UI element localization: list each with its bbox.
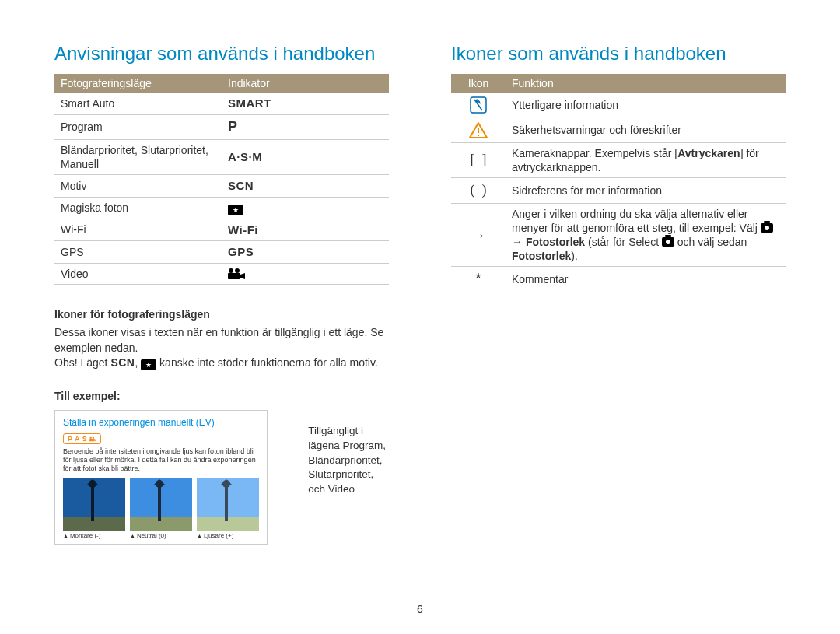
thumb-caption: Ljusare (+)	[197, 532, 259, 539]
paragraph-2: Obs! Läget SCN, ★ kanske inte stöder fun…	[54, 356, 389, 371]
card-desc: Beroende på intensiteten i omgivande lju…	[63, 447, 259, 474]
func-cell: Säkerhetsvarningar och föreskrifter	[506, 117, 786, 142]
mode-cell: Magiska foton	[54, 197, 222, 219]
indicator-cell: SMART	[222, 93, 389, 114]
star-icon: ★	[141, 359, 156, 370]
func-cell: Kommentar	[506, 267, 786, 292]
icon-cell: ✎	[451, 93, 506, 117]
svg-rect-12	[158, 484, 161, 521]
th-mode: Fotograferingsläge	[54, 74, 222, 93]
card-title: Ställa in exponeringen manuellt (EV)	[63, 417, 259, 428]
icon-cell	[451, 117, 506, 142]
icon-cell: →	[451, 203, 506, 267]
svg-rect-5	[89, 439, 95, 441]
svg-rect-8	[91, 484, 94, 521]
func-cell: Kameraknappar. Exempelvis står [Avtrycka…	[506, 142, 786, 177]
indicator-cell	[222, 263, 389, 284]
icon-cell: ( )	[451, 178, 506, 203]
mode-cell: GPS	[54, 241, 222, 264]
indicator-cell: GPS	[222, 241, 389, 264]
func-cell: Anger i vilken ordning du ska välja alte…	[506, 203, 786, 267]
thumb-item: Ljusare (+)	[197, 478, 259, 539]
func-cell: Ytterligare information	[506, 93, 786, 117]
mode-cell: Video	[54, 263, 222, 284]
left-heading: Anvisningar som används i handboken	[54, 43, 389, 65]
thumb-caption: Neutral (0)	[130, 532, 192, 539]
warning-icon	[469, 122, 488, 139]
svg-point-4	[93, 436, 94, 438]
mode-cell: Motiv	[54, 175, 222, 198]
callout-line	[278, 436, 297, 436]
mode-badge: P A S	[63, 433, 101, 444]
right-column: Ikoner som används i handboken Ikon Funk…	[451, 43, 786, 545]
svg-rect-2	[228, 273, 240, 279]
icon-cell: *	[451, 267, 506, 292]
svg-point-3	[90, 436, 92, 438]
paragraph-1: Dessa ikoner visas i texten när en funkt…	[54, 325, 389, 356]
indicator-cell: P	[222, 114, 389, 139]
text-fragment: Obs! Läget	[54, 356, 110, 369]
modes-table: Fotograferingsläge Indikator Smart Auto …	[54, 74, 389, 285]
icon-cell: [ ]	[451, 142, 506, 177]
svg-rect-20	[478, 128, 479, 133]
right-heading: Ikoner som används i handboken	[451, 43, 786, 65]
svg-point-0	[229, 268, 233, 273]
svg-point-1	[235, 268, 240, 273]
mode-cell: Program	[54, 114, 222, 139]
th-icon: Ikon	[451, 74, 506, 93]
th-indicator: Indikator	[222, 74, 389, 93]
svg-rect-16	[225, 484, 228, 521]
indicator-cell: A·S·M	[222, 139, 389, 174]
text-fragment: ,	[135, 356, 141, 369]
callout-text: Tillgängligt i lägena Program, Bländarpr…	[308, 424, 389, 497]
example-card: Ställa in exponeringen manuellt (EV) P A…	[54, 410, 268, 545]
left-column: Anvisningar som används i handboken Foto…	[54, 43, 389, 545]
subheading-modes-icons: Ikoner för fotograferingslägen	[54, 308, 389, 321]
page-number: 6	[417, 603, 423, 615]
video-icon	[228, 268, 245, 279]
indicator-cell: ★	[222, 197, 389, 219]
thumbnails: Mörkare (-) Neutral (0) Ljusare (+)	[63, 478, 259, 539]
icons-table: Ikon Funktion ✎ Ytterligare information …	[451, 74, 786, 292]
text-fragment: kanske inte stöder funktionerna för alla…	[156, 356, 378, 369]
thumb-item: Neutral (0)	[130, 478, 192, 539]
subheading-example: Till exempel:	[54, 390, 389, 402]
svg-rect-21	[478, 135, 479, 136]
mode-cell: Bländarprioritet, Slutarprioritet, Manue…	[54, 139, 222, 174]
indicator-cell: SCN	[222, 175, 389, 198]
func-cell: Sidreferens för mer information	[506, 178, 786, 203]
th-function: Funktion	[506, 74, 786, 93]
example-row: Ställa in exponeringen manuellt (EV) P A…	[54, 410, 389, 545]
star-icon: ★	[228, 205, 243, 215]
thumb-caption: Mörkare (-)	[63, 532, 125, 539]
mode-cell: Wi-Fi	[54, 219, 222, 241]
indicator-cell: Wi-Fi	[222, 219, 389, 241]
thumb-item: Mörkare (-)	[63, 478, 125, 539]
mode-cell: Smart Auto	[54, 93, 222, 114]
info-icon: ✎	[470, 96, 487, 114]
svg-text:✎: ✎	[475, 98, 481, 106]
